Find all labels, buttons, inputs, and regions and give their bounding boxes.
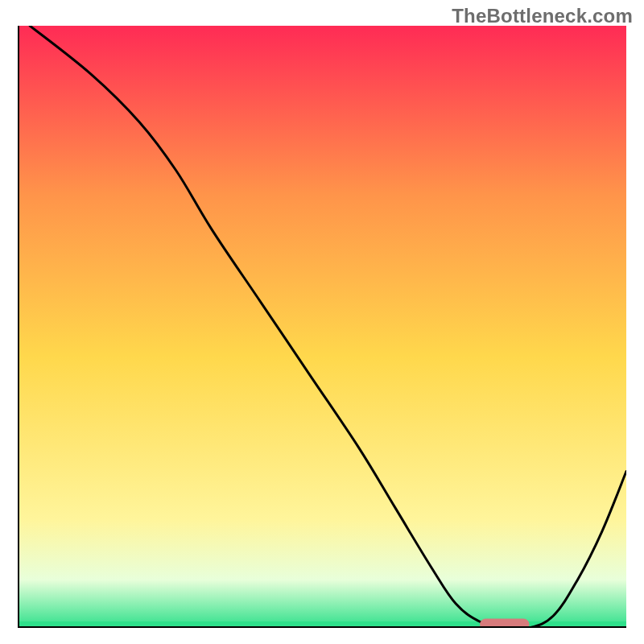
gradient-background	[18, 26, 626, 628]
chart-svg	[18, 26, 626, 628]
chart-container: TheBottleneck.com	[0, 0, 644, 644]
watermark-text: TheBottleneck.com	[452, 5, 633, 27]
plot-area	[18, 26, 626, 628]
